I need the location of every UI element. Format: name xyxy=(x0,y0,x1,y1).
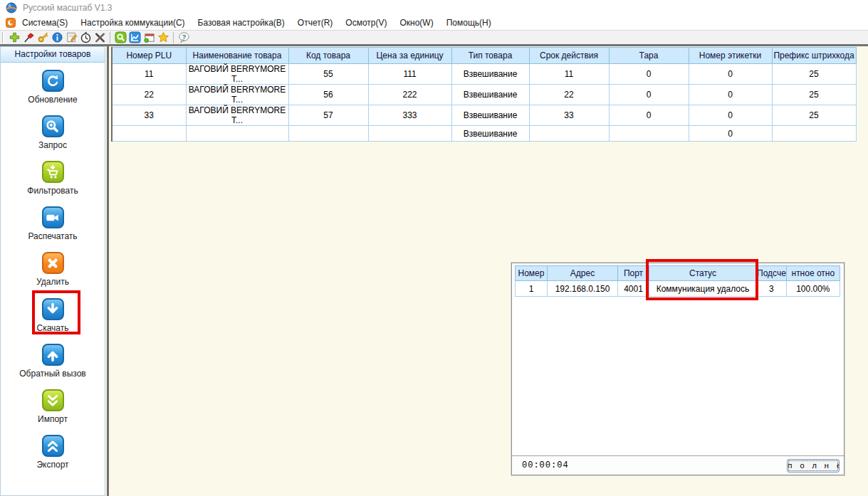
table-row[interactable]: Взвешивание0 xyxy=(112,126,856,142)
sidebar-button-recall[interactable]: Обратный вызов xyxy=(1,344,105,379)
sidebar-button-import[interactable]: Импорт xyxy=(1,389,105,424)
add-icon[interactable] xyxy=(7,31,21,44)
close-icon xyxy=(42,252,64,274)
col-barcode-prefix[interactable]: Префикс штрихкода xyxy=(772,48,856,64)
svg-text:?: ? xyxy=(182,33,185,41)
menu-communication-settings[interactable]: Настройка коммукации(C) xyxy=(74,16,191,30)
highlight-box-download-button xyxy=(32,290,80,334)
sidebar-button-print[interactable]: Распечатать xyxy=(1,206,105,241)
chart-icon[interactable] xyxy=(127,31,142,44)
flag-icon[interactable] xyxy=(21,31,36,44)
highlight-box-status-column xyxy=(646,259,758,300)
title-bar: Русский масштаб V1.3 xyxy=(0,0,868,16)
search-plus-icon xyxy=(42,115,64,137)
arrow-up-icon xyxy=(42,344,64,366)
menu-basic-settings[interactable]: Базовая настройка(B) xyxy=(192,16,291,30)
sidebar-button-query[interactable]: Запрос xyxy=(1,115,105,150)
col-port[interactable]: Порт xyxy=(618,266,649,281)
cart-download-icon xyxy=(42,161,64,183)
menu-bar: Система(S) Настройка коммукации(C) Базов… xyxy=(0,16,868,31)
key-icon[interactable] xyxy=(36,31,50,44)
clock-icon[interactable] xyxy=(78,31,93,44)
col-validity[interactable]: Срок действия xyxy=(529,48,609,64)
tools-icon[interactable] xyxy=(93,31,107,44)
info-icon[interactable] xyxy=(50,31,64,44)
col-label-number[interactable]: Номер этикетки xyxy=(689,48,772,64)
window-icon[interactable] xyxy=(142,31,156,44)
sidebar-title: Настройки товаров xyxy=(1,47,105,63)
menu-system[interactable]: Система(S) xyxy=(16,16,74,30)
col-percent-ratio[interactable]: нтное отно xyxy=(786,266,840,281)
col-number[interactable]: Номер xyxy=(516,266,548,281)
table-row[interactable]: 11ВАГОВИЙ BERRYMORE T...55111Взвешивание… xyxy=(112,64,856,85)
products-table: Номер PLU Наименование товара Код товара… xyxy=(111,47,857,142)
col-product-type[interactable]: Тип товара xyxy=(451,48,529,64)
menu-help[interactable]: Помощь(H) xyxy=(440,16,498,30)
done-button[interactable]: п о л н е н xyxy=(787,459,840,473)
col-count[interactable]: Подсче xyxy=(757,266,787,281)
table-row[interactable]: 22ВАГОВИЙ BERRYMORE T...56222Взвешивание… xyxy=(112,85,856,105)
star-icon[interactable] xyxy=(156,31,170,44)
table-row[interactable]: 33ВАГОВИЙ BERRYMORE T...57333Взвешивание… xyxy=(112,105,856,126)
camera-icon xyxy=(42,206,64,228)
col-product-name[interactable]: Наименование товара xyxy=(186,48,288,64)
toolbar-separator xyxy=(173,32,174,43)
window-title: Русский масштаб V1.3 xyxy=(23,3,112,13)
app-globe-icon xyxy=(6,2,17,14)
toolbar: ? xyxy=(0,31,868,46)
panel-status-bar: 00:00:04 п о л н е н xyxy=(512,455,844,475)
mdi-child-icon xyxy=(6,18,16,28)
col-tare[interactable]: Тара xyxy=(609,48,689,64)
elapsed-time: 00:00:04 xyxy=(522,460,569,470)
search-icon[interactable] xyxy=(113,31,127,44)
toolbar-grip[interactable] xyxy=(2,32,4,43)
toolbar-separator xyxy=(110,32,110,43)
refresh-icon xyxy=(42,70,64,92)
col-address[interactable]: Адрес xyxy=(548,266,618,281)
col-unit-price[interactable]: Цена за единицу xyxy=(368,48,451,64)
col-product-code[interactable]: Код товара xyxy=(288,48,368,64)
sidebar-button-filter[interactable]: Фильтровать xyxy=(1,161,105,196)
sidebar-splitter[interactable] xyxy=(107,46,109,496)
menu-view[interactable]: Осмотр(V) xyxy=(339,16,393,30)
col-plu-number[interactable]: Номер PLU xyxy=(112,48,186,64)
sidebar-button-export[interactable]: Экспорт xyxy=(1,435,105,470)
sidebar-button-delete[interactable]: Удалить xyxy=(1,252,105,287)
help-icon[interactable]: ? xyxy=(177,31,191,44)
menu-report[interactable]: Отчет(R) xyxy=(291,16,340,30)
chevrons-down-icon xyxy=(42,389,64,411)
chevrons-up-icon xyxy=(42,435,64,457)
menu-window[interactable]: Окно(W) xyxy=(393,16,439,30)
note-icon[interactable] xyxy=(64,31,78,44)
sidebar-button-refresh[interactable]: Обновление xyxy=(1,70,105,105)
products-header-row: Номер PLU Наименование товара Код товара… xyxy=(112,48,856,64)
sidebar-product-settings: Настройки товаров Обновление Запрос Филь… xyxy=(0,46,105,496)
